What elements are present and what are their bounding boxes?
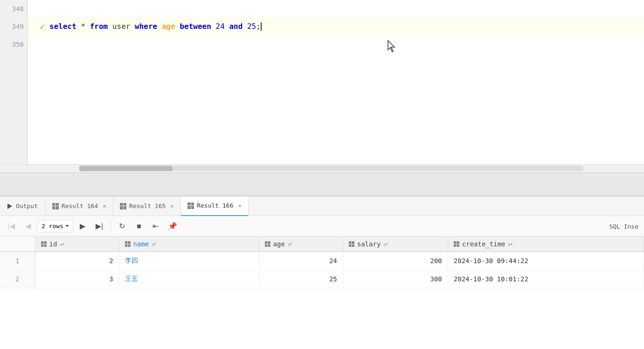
code-editor-area[interactable]: ✓ select * from user where age between 2… xyxy=(28,0,644,164)
cell-id-1: 2 xyxy=(35,252,119,270)
cell-name-1: 李四 xyxy=(119,252,259,270)
editor-scrollbar[interactable] xyxy=(0,164,644,173)
line-gutter-349: ✓ xyxy=(35,18,49,35)
panel-divider xyxy=(0,173,644,196)
cell-rownum-2: 2 xyxy=(0,270,35,288)
table-row[interactable]: 2 3 王五 25 300 2024-10-30 10:01:22 xyxy=(0,270,644,288)
sql-keyword-where: where xyxy=(135,18,157,35)
cell-age-1: 24 xyxy=(259,252,343,270)
cell-rownum-1: 1 xyxy=(0,252,35,270)
sort-icon-salary[interactable]: ▲▼ xyxy=(383,242,388,246)
sql-keyword-and: and xyxy=(229,18,242,35)
line-number-350: 350 xyxy=(0,35,24,53)
sql-table-name: user xyxy=(112,18,131,35)
toolbar-separator-1 xyxy=(111,221,111,232)
cell-id-2: 3 xyxy=(35,270,119,288)
cell-age-2: 25 xyxy=(259,270,343,288)
cell-salary-1: 200 xyxy=(343,252,448,270)
table-header-row: id ▲▼ name ▲▼ xyxy=(0,237,644,252)
prev-row-button[interactable]: ◀ xyxy=(21,219,35,234)
tab-output-label: Output xyxy=(16,202,38,209)
rows-dropdown[interactable]: 2 rows xyxy=(37,220,73,233)
results-table-container[interactable]: id ▲▼ name ▲▼ xyxy=(0,237,644,349)
table-header: id ▲▼ name ▲▼ xyxy=(0,237,644,252)
stop-button[interactable]: ■ xyxy=(132,219,146,234)
col-label-age: age xyxy=(273,240,285,248)
table-body: 1 2 李四 24 200 2024-10-30 09:44:22 2 3 王五… xyxy=(0,252,644,288)
col-grid-icon-name xyxy=(125,241,131,247)
prev-row-icon: ◀ xyxy=(25,222,31,230)
tab-output[interactable]: Output xyxy=(0,196,46,216)
stop-icon: ■ xyxy=(137,222,141,230)
tab-result-164[interactable]: Result 164 × xyxy=(46,196,113,216)
pin-button[interactable]: 📌 xyxy=(165,219,180,234)
scrollbar-thumb[interactable] xyxy=(79,166,173,171)
tab-close-164[interactable]: × xyxy=(103,202,106,209)
col-header-age[interactable]: age ▲▼ xyxy=(259,237,343,252)
first-row-icon: |◀ xyxy=(7,222,15,230)
sort-icon-name[interactable]: ▲▼ xyxy=(152,242,156,246)
col-header-id[interactable]: id ▲▼ xyxy=(35,237,119,252)
cell-create-time-1: 2024-10-30 09:44:22 xyxy=(448,252,644,270)
line-numbers-gutter: 348 349 350 xyxy=(0,0,28,164)
col-grid-icon-id xyxy=(41,241,47,247)
bottom-panel: Output Result 164 × Result 165 × Result … xyxy=(0,196,644,349)
tab-result-166[interactable]: Result 166 × xyxy=(181,196,249,216)
output-play-icon xyxy=(7,203,12,209)
scrollbar-track xyxy=(79,166,583,171)
navigate-back-button[interactable]: ⇤ xyxy=(148,219,163,234)
col-grid-icon-age xyxy=(265,241,270,247)
sql-keyword-select: select xyxy=(49,18,76,35)
code-line-349[interactable]: ✓ select * from user where age between 2… xyxy=(28,18,644,35)
last-row-button[interactable]: ▶| xyxy=(92,219,107,234)
next-row-button[interactable]: ▶ xyxy=(75,219,90,234)
cell-name-2: 王五 xyxy=(119,270,259,288)
col-header-name[interactable]: name ▲▼ xyxy=(119,237,259,252)
results-toolbar: |◀ ◀ 2 rows ▶ ▶| ↻ ■ ⇤ xyxy=(0,216,644,237)
sql-keyword-from: from xyxy=(90,18,108,35)
col-header-create-time[interactable]: create_time ▲▼ xyxy=(448,237,644,252)
col-label-id: id xyxy=(49,240,57,248)
navigate-back-icon: ⇤ xyxy=(152,222,159,230)
sort-icon-age[interactable]: ▲▼ xyxy=(288,242,292,246)
col-header-rownum xyxy=(0,237,35,252)
refresh-button[interactable]: ↻ xyxy=(115,219,130,234)
first-row-button[interactable]: |◀ xyxy=(4,219,19,234)
tab-grid-icon-164 xyxy=(52,203,59,209)
last-row-icon: ▶| xyxy=(96,222,103,230)
line-check-icon: ✓ xyxy=(40,18,45,35)
tabs-bar: Output Result 164 × Result 165 × Result … xyxy=(0,196,644,216)
col-grid-icon-create-time xyxy=(454,241,459,247)
pin-icon: 📌 xyxy=(168,222,177,230)
code-line-350 xyxy=(28,35,644,53)
tab-result-165[interactable]: Result 165 × xyxy=(113,196,181,216)
results-table: id ▲▼ name ▲▼ xyxy=(0,237,644,288)
sort-icon-create-time[interactable]: ▲▼ xyxy=(508,242,513,246)
editor-content: 348 349 350 ✓ select * from user where a… xyxy=(0,0,644,164)
col-label-name: name xyxy=(133,240,149,248)
cell-salary-2: 300 xyxy=(343,270,448,288)
tab-grid-icon-166 xyxy=(187,202,194,209)
sql-column-age: age xyxy=(162,18,175,35)
sql-value-25: 25 xyxy=(247,18,256,35)
tab-grid-icon-165 xyxy=(120,203,126,209)
rows-dropdown-label: 2 rows xyxy=(42,223,63,230)
table-row[interactable]: 1 2 李四 24 200 2024-10-30 09:44:22 xyxy=(0,252,644,270)
col-header-salary[interactable]: salary ▲▼ xyxy=(343,237,448,252)
chevron-down-icon xyxy=(65,225,69,227)
tab-result-164-label: Result 164 xyxy=(62,202,98,209)
sql-inse-label: SQL Inse xyxy=(609,216,644,237)
text-cursor xyxy=(261,22,262,31)
sql-value-24: 24 xyxy=(216,18,225,35)
col-label-salary: salary xyxy=(357,240,381,248)
tab-close-165[interactable]: × xyxy=(170,202,174,209)
sort-icon-id[interactable]: ▲▼ xyxy=(60,242,64,246)
line-number-348: 348 xyxy=(0,0,24,18)
col-label-create-time: create_time xyxy=(462,240,506,248)
col-grid-icon-salary xyxy=(349,241,354,247)
sql-star: * xyxy=(81,18,85,35)
next-row-icon: ▶ xyxy=(80,222,85,230)
line-number-349: 349 xyxy=(0,18,24,35)
tab-close-166[interactable]: × xyxy=(238,202,242,209)
sql-semicolon: ; xyxy=(256,18,261,35)
